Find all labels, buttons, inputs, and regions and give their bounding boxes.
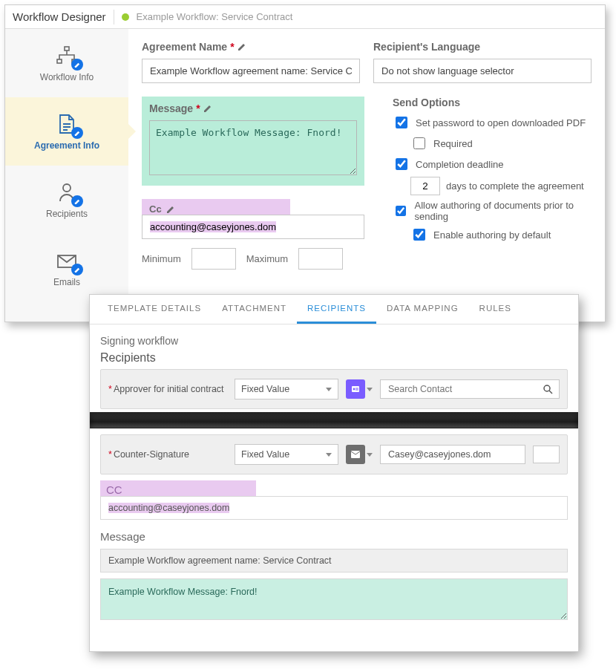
recipient-type-dropdown[interactable]: Fixed Value xyxy=(235,379,338,399)
pencil-icon[interactable] xyxy=(166,205,175,214)
required-checkbox[interactable] xyxy=(413,137,425,149)
recipient-row: *Counter-Signature Fixed Value xyxy=(100,434,568,474)
chevron-down-icon[interactable] xyxy=(367,388,373,391)
send-options-title: Send Options xyxy=(393,97,592,108)
svg-rect-5 xyxy=(352,386,359,392)
tab-rules[interactable]: RULES xyxy=(469,295,522,324)
authoring-checkbox[interactable] xyxy=(396,205,406,217)
cc-section-label: CC xyxy=(100,480,256,496)
tab-template-details[interactable]: TEMPLATE DETAILS xyxy=(97,295,212,324)
days-suffix-label: days to complete the agreement xyxy=(446,180,584,192)
cc-label: Cc xyxy=(149,203,162,215)
minimum-input[interactable] xyxy=(191,248,236,270)
status-dot-icon xyxy=(122,13,129,21)
svg-point-6 xyxy=(353,388,355,391)
message-section-label: Message xyxy=(100,530,568,543)
tab-recipients[interactable]: RECIPIENTS xyxy=(297,295,376,324)
edit-badge-icon xyxy=(71,264,83,275)
recipient-label: Counter-Signature xyxy=(114,449,189,460)
recipient-language-label: Recipient's Language xyxy=(373,41,592,53)
contact-email-input[interactable] xyxy=(380,445,525,464)
contact-type-icon[interactable] xyxy=(346,379,365,399)
maximum-input[interactable] xyxy=(298,248,343,270)
sidebar-item-recipients[interactable]: Recipients xyxy=(5,166,128,234)
required-label: Required xyxy=(433,138,473,149)
app-title: Workflow Designer xyxy=(13,10,106,23)
row-divider xyxy=(90,412,578,428)
svg-rect-7 xyxy=(355,388,358,389)
authoring-label: Allow authoring of documents prior to se… xyxy=(414,200,592,222)
svg-rect-1 xyxy=(57,59,62,63)
pdf-password-label: Set password to open downloaded PDF xyxy=(416,117,586,128)
message-body-textarea[interactable]: Example Workflow Message: Fnord! xyxy=(100,578,568,620)
edit-badge-icon xyxy=(71,127,83,139)
message-field-wrap: Message* Example Workflow Message: Fnord… xyxy=(142,97,364,186)
svg-point-9 xyxy=(544,385,550,391)
cc-value: accounting@caseyjones.dom xyxy=(108,503,229,513)
cc-value: accounting@caseyjones.dom xyxy=(150,221,276,232)
sidebar-item-label: Recipients xyxy=(46,209,88,219)
tab-data-mapping[interactable]: DATA MAPPING xyxy=(376,295,469,324)
edit-badge-icon xyxy=(71,195,83,207)
recipient-language-select[interactable] xyxy=(373,59,592,83)
deadline-checkbox[interactable] xyxy=(396,158,407,170)
divider xyxy=(114,10,114,25)
recipient-type-dropdown[interactable]: Fixed Value xyxy=(235,444,338,465)
contact-email-field[interactable] xyxy=(387,448,519,460)
message-name-display: Example Workflow agreement name: Service… xyxy=(100,549,568,572)
pencil-icon[interactable] xyxy=(237,42,246,51)
search-icon[interactable] xyxy=(543,384,553,394)
svg-point-3 xyxy=(63,184,71,192)
message-textarea[interactable]: Example Workflow Message: Fnord! xyxy=(149,120,357,175)
svg-rect-8 xyxy=(355,390,358,391)
tabs: TEMPLATE DETAILS ATTACHMENT RECIPIENTS D… xyxy=(90,295,578,324)
message-label: Message xyxy=(149,102,193,114)
sidebar-item-label: Emails xyxy=(53,277,80,287)
agreement-name-label: Agreement Name* xyxy=(142,41,360,53)
signing-workflow-title: Signing workflow xyxy=(100,335,568,347)
edit-badge-icon xyxy=(71,59,83,71)
authoring-default-checkbox[interactable] xyxy=(413,229,425,241)
sidebar-item-emails[interactable]: Emails xyxy=(5,234,128,302)
agreement-name-input[interactable] xyxy=(142,59,360,83)
agreement-info-form: Agreement Name* Recipient's Language xyxy=(128,29,605,322)
days-input[interactable] xyxy=(410,177,440,195)
recipient-label: Approver for initial contract xyxy=(114,384,224,394)
panel-header: Workflow Designer Example Workflow: Serv… xyxy=(5,5,605,29)
recipients-section-title: Recipients xyxy=(100,351,568,365)
cc-field-wrap: Cc xyxy=(142,199,290,215)
minimum-label: Minimum xyxy=(142,253,181,264)
sidebar-item-label: Agreement Info xyxy=(34,140,99,151)
template-panel: TEMPLATE DETAILS ATTACHMENT RECIPIENTS D… xyxy=(89,294,579,652)
pencil-icon[interactable] xyxy=(203,104,212,113)
cc-input[interactable]: accounting@caseyjones.dom xyxy=(142,215,364,239)
svg-rect-0 xyxy=(65,47,69,50)
sidebar-item-agreement-info[interactable]: Agreement Info xyxy=(5,97,128,166)
contact-type-icon[interactable] xyxy=(346,445,365,464)
chevron-down-icon xyxy=(326,388,332,391)
workflow-name: Example Workflow: Service Contract xyxy=(137,11,293,22)
contact-search-field[interactable] xyxy=(387,383,538,395)
sidebar: Workflow Info Agreement Info xyxy=(5,29,128,322)
chevron-down-icon[interactable] xyxy=(367,453,373,457)
sidebar-item-workflow-info[interactable]: Workflow Info xyxy=(5,29,128,97)
contact-search-input[interactable] xyxy=(380,379,560,399)
authoring-default-label: Enable authoring by default xyxy=(433,229,551,241)
sidebar-item-label: Workflow Info xyxy=(40,72,94,82)
cc-section-input[interactable]: accounting@caseyjones.dom xyxy=(100,496,568,520)
tab-attachment[interactable]: ATTACHMENT xyxy=(212,295,297,324)
extra-box[interactable] xyxy=(533,446,560,463)
chevron-down-icon xyxy=(326,453,332,457)
maximum-label: Maximum xyxy=(246,253,288,264)
deadline-label: Completion deadline xyxy=(416,159,504,170)
recipient-row: *Approver for initial contract Fixed Val… xyxy=(100,369,568,409)
workflow-designer-panel: Workflow Designer Example Workflow: Serv… xyxy=(4,4,606,322)
pdf-password-checkbox[interactable] xyxy=(396,117,407,128)
